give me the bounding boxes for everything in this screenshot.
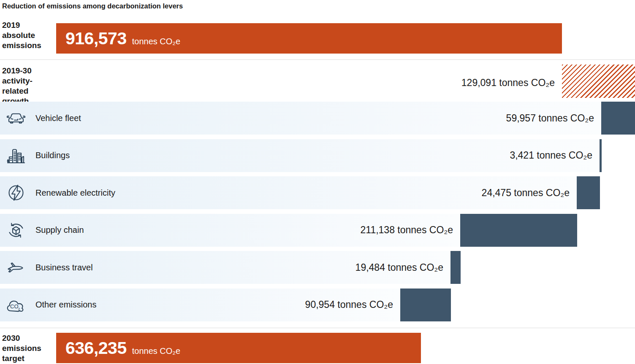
lever-bar [601, 102, 635, 135]
lever-row-business-travel: Business travel 19,484 tonnes CO₂e [0, 251, 635, 284]
lever-row-buildings: Buildings 3,421 tonnes CO₂e [0, 139, 635, 172]
buildings-icon [6, 146, 26, 166]
row-band: Buildings 3,421 tonnes CO₂e [0, 139, 600, 172]
lever-value: 59,957 tonnes CO₂e [506, 113, 594, 124]
row-band: Business travel 19,484 tonnes CO₂e [0, 251, 450, 284]
lever-row-vehicle-fleet: Vehicle fleet 59,957 tonnes CO₂e [0, 102, 635, 135]
lever-bar [600, 139, 602, 172]
row-band: Renewable electricity 24,475 tonnes CO₂e [0, 176, 577, 209]
lever-bar [460, 214, 577, 247]
lever-value: 19,484 tonnes CO₂e [355, 262, 443, 273]
lever-label: Supply chain [35, 225, 84, 235]
start-row-label: 2019 absolute emissions [2, 20, 55, 51]
divider-bottom [0, 328, 635, 328]
supply-chain-icon [6, 220, 26, 240]
lever-label: Other emissions [35, 300, 97, 310]
chart-title: Reduction of emissions among decarboniza… [2, 2, 183, 10]
renewable-icon [6, 183, 26, 203]
svg-text:2: 2 [18, 307, 20, 311]
target-value: 636,235 [65, 338, 127, 358]
lever-label: Business travel [35, 263, 93, 272]
target-row-label: 2030 emissions target [2, 333, 55, 364]
lever-value: 3,421 tonnes CO₂e [510, 150, 592, 161]
row-band: Supply chain 211,138 tonnes CO₂e [0, 214, 460, 247]
lever-value: 211,138 tonnes CO₂e [361, 224, 453, 236]
lever-bar [450, 251, 461, 284]
target-bar-text: 636,235 tonnes CO₂e [56, 338, 421, 358]
growth-value: 129,091 tonnes CO₂e [461, 77, 555, 89]
plane-icon [6, 257, 26, 278]
row-band: CO 2 Other emissions 90,954 tonnes CO₂e [0, 289, 400, 321]
lever-value: 24,475 tonnes CO₂e [482, 187, 570, 199]
lever-row-supply-chain: Supply chain 211,138 tonnes CO₂e [0, 214, 635, 247]
lever-value: 90,954 tonnes CO₂e [305, 299, 393, 310]
lever-row-other-emissions: CO 2 Other emissions 90,954 tonnes CO₂e [0, 289, 635, 321]
car-icon [6, 108, 26, 128]
waterfall-chart: Reduction of emissions among decarboniza… [0, 0, 635, 364]
divider-top [0, 59, 635, 60]
growth-hatched-bar [562, 65, 635, 98]
start-value: 916,573 [65, 29, 127, 49]
growth-row-label: 2019-30 activity-related growth [2, 66, 55, 106]
lever-label: Vehicle fleet [35, 113, 81, 123]
start-unit: tonnes CO₂e [132, 37, 181, 46]
lever-row-renewable-electricity: Renewable electricity 24,475 tonnes CO₂e [0, 176, 635, 209]
start-emissions-bar: 916,573 tonnes CO₂e [56, 23, 562, 54]
lever-bar [577, 176, 600, 209]
svg-text:CO: CO [10, 303, 19, 310]
lever-bar [400, 289, 451, 321]
target-emissions-bar: 636,235 tonnes CO₂e [56, 333, 421, 363]
co2-cloud-icon: CO 2 [6, 295, 26, 315]
target-unit: tonnes CO₂e [132, 346, 181, 356]
lever-label: Renewable electricity [35, 188, 115, 198]
start-bar-text: 916,573 tonnes CO₂e [56, 29, 562, 49]
lever-label: Buildings [35, 151, 70, 160]
row-band: Vehicle fleet 59,957 tonnes CO₂e [0, 102, 601, 135]
